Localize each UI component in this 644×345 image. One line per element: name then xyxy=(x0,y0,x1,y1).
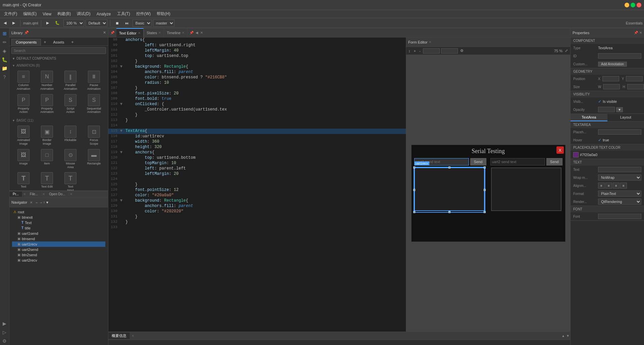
send1-button[interactable]: Send xyxy=(470,158,486,165)
states-tab[interactable]: States ✕ xyxy=(144,28,164,37)
placeholder-input[interactable] xyxy=(598,129,641,135)
branch-selector[interactable]: master xyxy=(153,19,174,27)
image-item[interactable]: 🖼 Image xyxy=(12,148,35,170)
animated-image-item[interactable]: 🖼 AnimatedImage xyxy=(12,124,35,147)
menu-edit[interactable]: 编辑(E) xyxy=(20,10,39,17)
menu-view[interactable]: View xyxy=(40,11,54,17)
library-close-icon[interactable]: ✕ xyxy=(103,30,106,35)
projects-tab[interactable]: Pr... xyxy=(9,192,22,197)
parallel-animation-item[interactable]: ∥ ParallelAnimation xyxy=(59,69,82,92)
toolbar-back[interactable]: ◀ xyxy=(1,20,9,26)
minimize-button[interactable] xyxy=(625,3,629,7)
maximize-button[interactable] xyxy=(631,3,635,7)
resize-handle-bl[interactable] xyxy=(413,211,415,213)
form-settings-icon[interactable]: ⚙ xyxy=(459,48,465,53)
menu-build[interactable]: 构建(B) xyxy=(55,10,73,17)
pause-animation-item[interactable]: ⏸ PauseAnimation xyxy=(83,69,105,92)
sequential-animation-item[interactable]: S SequentialAnimation xyxy=(83,93,105,116)
x-input[interactable]: 20 xyxy=(602,76,619,81)
text-editor-area[interactable]: 98 anchors{ 99 left: uart1send.right 100… xyxy=(108,38,406,332)
output-up-icon[interactable]: ▲ xyxy=(561,334,566,338)
form-zoom-out-icon[interactable]: - xyxy=(418,49,422,53)
nav-root-item[interactable]: ⚠ root xyxy=(12,209,105,215)
text-value-input[interactable] xyxy=(598,167,641,172)
form-canvas[interactable]: X Serial Testing Send Send xyxy=(406,55,570,332)
toolbar-run[interactable]: ▶ xyxy=(44,20,51,26)
props-close-icon[interactable]: ✕ xyxy=(639,31,642,34)
form-editor-close-icon[interactable]: ✕ xyxy=(429,40,431,44)
serial-close-button[interactable]: X xyxy=(556,146,564,154)
design-icon[interactable]: ◈ xyxy=(1,47,9,55)
text-item[interactable]: T Text xyxy=(12,171,35,190)
w-input[interactable]: 360 xyxy=(603,84,620,89)
nav-btn2send-item[interactable]: ▣ btn2send xyxy=(12,252,105,258)
property-animation-item[interactable]: P PropertyAnimation xyxy=(36,93,58,116)
default-components-header[interactable]: DEFAULT COMPONENTS xyxy=(9,55,108,62)
add-component-button[interactable]: + xyxy=(41,39,49,46)
align-center-button[interactable]: ≡ xyxy=(605,183,612,189)
placeholder-color-header[interactable]: PLACEHOLDER TEXT COLOR xyxy=(571,144,644,151)
nav-up-icon[interactable]: ↑ xyxy=(43,201,45,204)
projects-icon[interactable]: 📁 xyxy=(1,64,9,72)
uart2recv-textarea[interactable] xyxy=(491,167,561,211)
nav-title-item[interactable]: T title xyxy=(12,225,105,231)
format-select[interactable]: PlainText xyxy=(598,191,641,197)
toolbar-debug-run[interactable]: 🐛 xyxy=(53,20,62,26)
column-animation-item[interactable]: ≡ ColumnAnimation xyxy=(12,69,35,92)
geometry-section-header[interactable]: GEOMETRY xyxy=(571,68,644,75)
timeline-tab[interactable]: Timeline ✕ xyxy=(164,28,187,37)
toolbar-stop[interactable]: ⏹ xyxy=(113,20,121,26)
form-height-input[interactable]: 480 xyxy=(441,48,458,54)
add-annotation-button[interactable]: Add Annotation xyxy=(598,62,627,67)
projects-close-icon[interactable]: ✕ xyxy=(22,192,26,196)
open-documents-tab[interactable]: Open Do... xyxy=(46,192,69,197)
align-left-button[interactable]: ≡ xyxy=(598,183,605,189)
uart2-send-input[interactable] xyxy=(490,158,545,165)
text-editor-tab[interactable]: Text Editor ✕ xyxy=(116,28,144,37)
library-pin-icon[interactable]: 📌 xyxy=(24,30,29,35)
flickable-item[interactable]: ↕ Flickable xyxy=(59,124,82,147)
center-expand-icon[interactable]: ✕ xyxy=(200,30,204,35)
align-right-button[interactable]: ≡ xyxy=(613,183,620,189)
nav-back-icon[interactable]: ← xyxy=(35,201,39,204)
visibility-section-header[interactable]: VISIBILITY xyxy=(571,91,644,97)
timeline-close-icon[interactable]: ✕ xyxy=(182,31,184,34)
basic-selector[interactable]: Basic xyxy=(132,19,152,27)
welcome-icon[interactable]: ⊞ xyxy=(1,29,9,38)
mouse-area-item[interactable]: ⊙ MouseArea xyxy=(59,148,82,170)
menu-file[interactable]: 文件(F) xyxy=(1,10,20,17)
menu-tools[interactable]: 工具(T) xyxy=(114,10,133,17)
h-input[interactable] xyxy=(627,84,644,89)
align-justify-button[interactable]: ≡ xyxy=(620,183,627,189)
layout-selector[interactable]: Default xyxy=(86,19,107,27)
debug-run-icon[interactable]: ▷ xyxy=(1,328,9,336)
output-close-icon[interactable]: ✕ xyxy=(130,334,136,338)
nav-btnexit-item[interactable]: ▣ btnexit xyxy=(12,215,105,220)
resize-handle-br[interactable] xyxy=(484,211,486,213)
uart1recv-textarea[interactable] xyxy=(414,167,485,211)
toolbar-step[interactable]: ⏭ xyxy=(123,20,131,26)
script-action-item[interactable]: S ScriptAction xyxy=(59,93,82,116)
rectangle-item[interactable]: ▬ Rectangle xyxy=(83,148,105,170)
focus-scope-item[interactable]: ⊡ FocusScope xyxy=(83,124,105,147)
layout-prop-tab[interactable]: Layout xyxy=(607,114,644,121)
help-icon[interactable]: ? xyxy=(1,73,9,81)
text-editor-close-icon[interactable]: ✕ xyxy=(138,31,141,35)
components-tab[interactable]: Components xyxy=(11,39,41,46)
menu-analyze[interactable]: Analyze xyxy=(94,11,114,17)
output-down-icon[interactable]: ▼ xyxy=(566,334,570,338)
run-icon[interactable]: ▶ xyxy=(1,320,9,328)
close-button[interactable] xyxy=(637,3,641,7)
id-input[interactable]: uart1recv xyxy=(598,53,641,59)
nav-filter-icon[interactable]: ▼ xyxy=(46,201,49,204)
placeholder-color-swatch[interactable] xyxy=(573,152,579,157)
opacity-input[interactable]: 1.00 xyxy=(598,107,615,112)
add-asset-button[interactable]: + xyxy=(68,39,76,46)
form-sync-icon[interactable]: ↕ xyxy=(408,49,412,53)
text-edit-item[interactable]: T Text Edit xyxy=(36,171,58,190)
menu-controls[interactable]: 控件(W) xyxy=(133,10,153,17)
form-zoom-in-icon[interactable]: + xyxy=(413,49,417,53)
open-docs-close-icon[interactable]: ✕ xyxy=(69,192,73,196)
nav-uart2send-item[interactable]: ▣ uart2send xyxy=(12,247,105,252)
send2-button[interactable]: Send xyxy=(546,158,562,165)
